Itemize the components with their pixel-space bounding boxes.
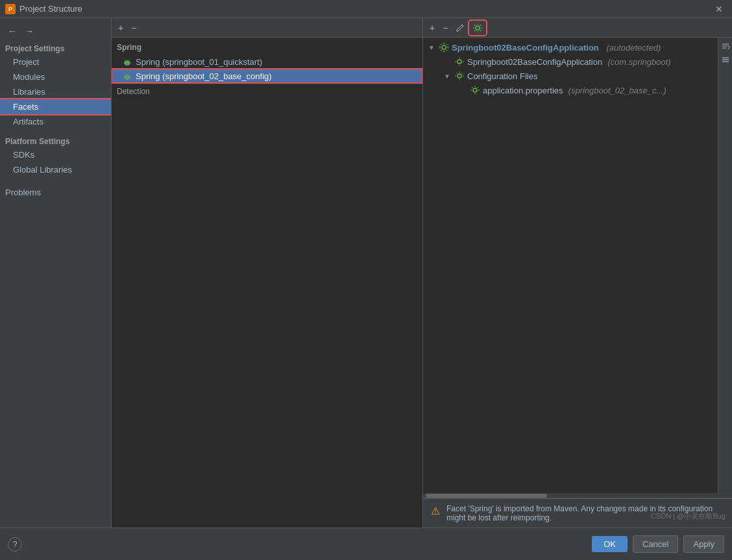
sidebar-item-facets[interactable]: Facets [0, 99, 111, 114]
facet-item-2-label: Spring (springboot_02_base_config) [136, 71, 272, 81]
right-panel: + − [423, 18, 732, 528]
apply-button[interactable]: Apply [683, 535, 724, 553]
sidebar-item-label: Libraries [13, 87, 45, 97]
sidebar-item-libraries[interactable]: Libraries [0, 84, 111, 99]
cancel-button[interactable]: Cancel [633, 535, 678, 553]
svg-point-35 [473, 88, 477, 92]
main-layout: ← → Project Settings Project Modules Lib… [0, 18, 732, 528]
sidebar-item-label: Artifacts [13, 117, 43, 127]
ok-button[interactable]: OK [592, 536, 628, 552]
child1-sublabel: (com.springboot) [607, 57, 671, 67]
facets-list: Spring Spring (springboot_01_quickstart) [112, 38, 422, 528]
sidebar: ← → Project Settings Project Modules Lib… [0, 18, 112, 528]
sort-button[interactable] [718, 40, 733, 52]
facet-item-2[interactable]: Spring (springboot_02_base_config) [112, 69, 422, 83]
spring-leaf-icon-2 [122, 71, 132, 81]
svg-point-3 [124, 75, 130, 80]
back-button[interactable]: ← [5, 25, 19, 38]
tree-grandchild-1[interactable]: application.properties (springboot_02_ba… [423, 83, 718, 97]
svg-line-34 [462, 73, 463, 74]
left-panel: + − Spring Spring (springboot_01_quickst… [112, 18, 423, 528]
config-files-icon [454, 71, 465, 81]
detection-label: Detection [112, 83, 422, 100]
spring-leaf-icon-1 [122, 56, 132, 67]
child2-label: Configuration Files [467, 71, 537, 81]
remove-config-button[interactable]: − [440, 21, 450, 34]
sidebar-item-project[interactable]: Project [0, 55, 111, 69]
sidebar-item-problems[interactable]: Problems [0, 185, 111, 200]
edit-config-button[interactable] [453, 22, 467, 34]
tree-child-2[interactable]: ▼ Configuration Files [423, 69, 718, 83]
sidebar-item-sdks[interactable]: SDKs [0, 147, 111, 162]
svg-line-9 [474, 25, 476, 26]
sidebar-item-label: Global Libraries [13, 165, 72, 175]
svg-point-4 [476, 26, 480, 30]
spring-config-tree: ▼ [423, 38, 718, 493]
gc1-label: application.properties [483, 86, 563, 95]
project-settings-header: Project Settings [0, 42, 111, 55]
svg-line-41 [478, 87, 479, 88]
right-toolbar: + − [423, 18, 732, 38]
expand-arrow-child1 [444, 58, 452, 66]
app-properties-icon [470, 85, 480, 95]
right-panel-wrapper: ▼ [423, 38, 732, 493]
svg-line-19 [441, 44, 442, 45]
spring-gear-icon-root [439, 42, 449, 53]
svg-line-22 [441, 50, 442, 51]
svg-point-28 [458, 74, 461, 78]
warning-text: Facet 'Spring' is imported from Maven. A… [446, 504, 724, 522]
title-bar: P Project Structure ✕ [0, 0, 732, 18]
spring-section-header: Spring [112, 40, 422, 55]
platform-settings-header: Platform Settings [0, 134, 111, 147]
title-bar-left: P Project Structure [5, 4, 82, 14]
sidebar-item-artifacts[interactable]: Artifacts [0, 114, 111, 129]
add-facet-button[interactable]: + [116, 21, 126, 34]
root-node-label: Springboot02BaseConfigApplication [452, 43, 599, 53]
facet-item-1[interactable]: Spring (springboot_01_quickstart) [112, 55, 422, 69]
expand-arrow-gc1 [459, 87, 467, 94]
horizontal-scrollbar[interactable] [423, 493, 732, 498]
child1-label: Springboot02BaseConfigApplication [467, 57, 602, 67]
collapse-button[interactable] [718, 55, 733, 66]
forward-button[interactable]: → [22, 25, 36, 38]
warning-icon: ⚠ [431, 505, 440, 517]
gc1-sublabel: (springboot_02_base_c...) [568, 86, 666, 95]
sidebar-item-label: Facets [13, 102, 38, 112]
svg-text:P: P [8, 6, 12, 12]
bottom-left: ? [8, 537, 22, 552]
svg-line-10 [480, 30, 482, 31]
scroll-thumb [426, 494, 547, 498]
svg-line-21 [446, 44, 448, 45]
spring-class-icon [454, 56, 465, 67]
gear-config-button[interactable] [470, 21, 485, 34]
sidebar-item-label: SDKs [13, 150, 34, 160]
svg-line-20 [446, 50, 448, 51]
close-button[interactable]: ✕ [711, 3, 727, 16]
expand-arrow-child2: ▼ [444, 73, 452, 80]
sidebar-item-label: Project [13, 57, 39, 67]
svg-line-11 [480, 25, 482, 26]
add-config-button[interactable]: + [427, 21, 437, 34]
tree-root-node[interactable]: ▼ [423, 40, 718, 55]
window-title: Project Structure [19, 4, 82, 14]
app-icon: P [5, 4, 16, 14]
svg-line-40 [472, 87, 473, 88]
warning-bar: ⚠ Facet 'Spring' is imported from Maven.… [423, 498, 732, 528]
tree-child-1[interactable]: Springboot02BaseConfigApplication (com.s… [423, 55, 718, 69]
sidebar-item-label: Modules [13, 72, 45, 82]
right-side-toolbar [718, 38, 732, 493]
svg-line-12 [474, 30, 476, 31]
bottom-right: OK Cancel Apply [592, 535, 724, 553]
bottom-bar: ? OK Cancel Apply [0, 528, 732, 560]
sidebar-item-modules[interactable]: Modules [0, 69, 111, 84]
remove-facet-button[interactable]: − [128, 21, 139, 34]
svg-point-23 [458, 60, 461, 64]
sidebar-item-global-libraries[interactable]: Global Libraries [0, 162, 111, 177]
svg-line-33 [456, 73, 458, 74]
left-toolbar: + − [112, 18, 422, 38]
facet-item-1-label: Spring (springboot_01_quickstart) [136, 57, 262, 67]
svg-point-2 [124, 60, 130, 66]
sidebar-item-label: Problems [5, 188, 41, 197]
help-button[interactable]: ? [8, 537, 22, 552]
root-node-sublabel: (autodetected) [604, 43, 661, 53]
